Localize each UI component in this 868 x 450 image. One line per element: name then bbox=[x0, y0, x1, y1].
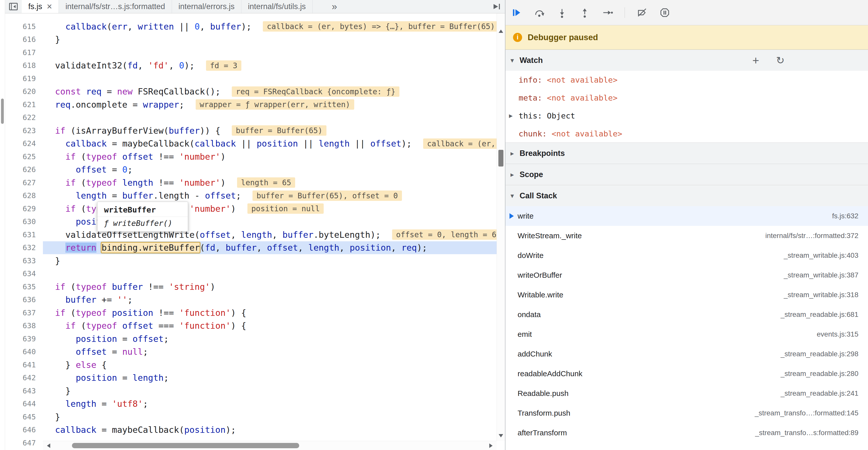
call-stack-frame[interactable]: doWrite_stream_writable.js:403 bbox=[505, 246, 868, 265]
code-line: 628 length = buffer.length - offset;buff… bbox=[5, 189, 497, 202]
step-into-button[interactable] bbox=[556, 7, 567, 18]
watch-section-header[interactable]: ▾ Watch + ↻ bbox=[505, 50, 868, 71]
editor-vertical-scrollbar[interactable] bbox=[497, 13, 505, 441]
left-scrollbar-thumb[interactable] bbox=[1, 99, 4, 124]
call-stack-frame[interactable]: emitevents.js:315 bbox=[505, 325, 868, 344]
line-number[interactable]: 638 bbox=[5, 321, 43, 330]
code-area[interactable]: 615 callback(err, written || 0, buffer);… bbox=[5, 13, 497, 450]
line-number[interactable]: 633 bbox=[5, 256, 43, 265]
step-button[interactable] bbox=[602, 7, 613, 18]
line-number[interactable]: 627 bbox=[5, 178, 43, 187]
scope-section-header[interactable]: ▸ Scope bbox=[505, 164, 868, 185]
line-number[interactable]: 632 bbox=[5, 243, 43, 252]
line-number[interactable]: 640 bbox=[5, 347, 43, 356]
code-line: 624 callback = maybeCallback(callback ||… bbox=[5, 137, 497, 150]
code-text: if (typeof buffer !== 'string') bbox=[55, 282, 215, 292]
watch-item[interactable]: meta: <not available> bbox=[505, 89, 868, 107]
line-number[interactable]: 631 bbox=[5, 230, 43, 239]
file-tab[interactable]: internal/errors.js bbox=[172, 0, 241, 13]
line-number[interactable]: 628 bbox=[5, 191, 43, 200]
file-tab[interactable]: internal/fs/utils.js bbox=[241, 0, 313, 13]
line-number[interactable]: 618 bbox=[5, 61, 43, 70]
line-number[interactable]: 616 bbox=[5, 35, 43, 44]
line-number[interactable]: 637 bbox=[5, 309, 43, 317]
line-number[interactable]: 625 bbox=[5, 152, 43, 161]
watch-item[interactable]: info: <not available> bbox=[505, 71, 868, 89]
line-number[interactable]: 643 bbox=[5, 387, 43, 395]
call-stack-frame[interactable]: readableAddChunk_stream_readable.js:280 bbox=[505, 364, 868, 384]
line-number[interactable]: 646 bbox=[5, 425, 43, 434]
deactivate-breakpoints-button[interactable] bbox=[637, 7, 648, 18]
call-stack-frame[interactable]: ondata_stream_readable.js:681 bbox=[505, 305, 868, 325]
scroll-left-icon[interactable] bbox=[47, 444, 50, 448]
vertical-scrollbar-thumb[interactable] bbox=[498, 150, 503, 167]
refresh-watch-button[interactable]: ↻ bbox=[776, 55, 785, 65]
line-number[interactable]: 630 bbox=[5, 217, 43, 226]
line-number[interactable]: 626 bbox=[5, 165, 43, 174]
code-text: callback(err, written || 0, buffer); bbox=[55, 22, 251, 32]
pause-on-exceptions-button[interactable] bbox=[659, 7, 670, 18]
line-number[interactable]: 641 bbox=[5, 361, 43, 369]
call-stack-frame[interactable]: writeOrBuffer_stream_writable.js:387 bbox=[505, 265, 868, 285]
code-content: } bbox=[43, 410, 497, 423]
editor-horizontal-scrollbar[interactable] bbox=[43, 441, 497, 450]
line-number[interactable]: 617 bbox=[5, 48, 43, 57]
line-number[interactable]: 645 bbox=[5, 413, 43, 421]
line-number[interactable]: 647 bbox=[5, 439, 43, 447]
watch-item[interactable]: chunk: <not available> bbox=[505, 124, 868, 142]
call-stack-frame[interactable]: Readable.push_stream_readable.js:241 bbox=[505, 384, 868, 403]
scroll-up-icon[interactable] bbox=[499, 30, 503, 33]
line-number[interactable]: 629 bbox=[5, 204, 43, 213]
scroll-right-icon[interactable] bbox=[489, 444, 493, 448]
line-number[interactable]: 621 bbox=[5, 100, 43, 109]
step-over-icon bbox=[534, 7, 545, 18]
code-text: position = length; bbox=[55, 373, 169, 383]
line-number[interactable]: 623 bbox=[5, 126, 43, 135]
frame-location: _stream_readable.js:280 bbox=[781, 370, 859, 378]
close-tab-icon[interactable]: × bbox=[47, 3, 52, 10]
code-line: 627 if (typeof length !== 'number')lengt… bbox=[5, 176, 497, 189]
navigator-toggle-button[interactable] bbox=[5, 0, 22, 13]
file-tab[interactable]: internal/fs/str…s.js:formatted bbox=[59, 0, 172, 13]
sidebar-toggle-button[interactable] bbox=[488, 0, 505, 13]
expand-icon[interactable]: ▶ bbox=[509, 112, 513, 119]
call-stack-list: writefs.js:632WriteStream._writeinternal… bbox=[505, 206, 868, 450]
code-content bbox=[43, 46, 497, 59]
line-number[interactable]: 644 bbox=[5, 399, 43, 408]
line-number[interactable]: 642 bbox=[5, 373, 43, 382]
line-number[interactable]: 620 bbox=[5, 87, 43, 96]
line-number[interactable]: 636 bbox=[5, 296, 43, 304]
line-number[interactable]: 619 bbox=[5, 74, 43, 83]
call-stack-frame[interactable]: WriteStream._writeinternal/fs/str…:forma… bbox=[505, 226, 868, 246]
left-scrollbar[interactable] bbox=[0, 0, 5, 450]
line-number[interactable]: 634 bbox=[5, 269, 43, 278]
inline-value-hint: req = FSReqCallback {oncomplete: ƒ} bbox=[232, 86, 399, 97]
line-number[interactable]: 635 bbox=[5, 282, 43, 291]
breakpoints-section-header[interactable]: ▸ Breakpoints bbox=[505, 142, 868, 164]
file-tab[interactable]: fs.js× bbox=[22, 0, 59, 13]
chevron-right-icon: ▸ bbox=[510, 149, 520, 158]
add-watch-expression-button[interactable]: + bbox=[752, 55, 759, 66]
line-number[interactable]: 639 bbox=[5, 335, 43, 343]
step-out-button[interactable] bbox=[579, 7, 590, 18]
horizontal-scrollbar-thumb[interactable] bbox=[72, 443, 299, 448]
step-over-button[interactable] bbox=[534, 7, 545, 18]
watch-name: this: bbox=[519, 111, 547, 120]
code-content: buffer += ''; bbox=[43, 293, 497, 307]
evaluated-expression[interactable]: binding.writeBuffer bbox=[101, 243, 200, 253]
line-number[interactable]: 622 bbox=[5, 113, 43, 122]
frame-function-name: WriteStream._write bbox=[518, 231, 760, 240]
frame-function-name: addChunk bbox=[518, 350, 776, 358]
call-stack-frame[interactable]: afterTransform_stream_transfo…s:formatte… bbox=[505, 423, 868, 443]
line-number[interactable]: 624 bbox=[5, 139, 43, 148]
watch-item[interactable]: ▶this: Object bbox=[505, 107, 868, 124]
call-stack-frame[interactable]: writefs.js:632 bbox=[505, 206, 868, 226]
call-stack-frame[interactable]: addChunk_stream_readable.js:298 bbox=[505, 344, 868, 364]
resume-button[interactable] bbox=[511, 7, 522, 18]
callstack-section-header[interactable]: ▾ Call Stack bbox=[505, 185, 868, 206]
scroll-down-icon[interactable] bbox=[499, 434, 503, 438]
call-stack-frame[interactable]: Writable.write_stream_writable.js:318 bbox=[505, 285, 868, 305]
call-stack-frame[interactable]: Transform.push_stream_transfo…:formatted… bbox=[505, 403, 868, 423]
line-number[interactable]: 615 bbox=[5, 22, 43, 31]
tab-overflow-button[interactable]: » bbox=[327, 0, 342, 13]
